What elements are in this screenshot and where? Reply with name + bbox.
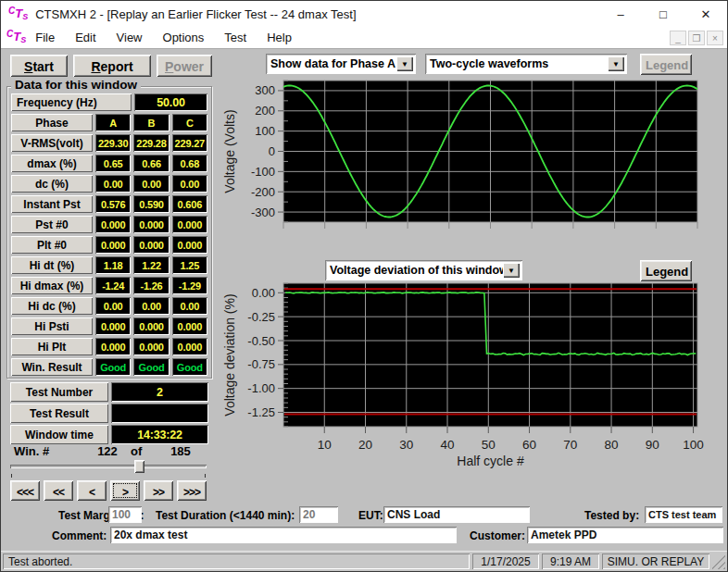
- comment-label: Comment:: [52, 529, 107, 542]
- row-label: dmax (%): [11, 155, 93, 172]
- row-value: -1.29: [172, 277, 207, 294]
- deviation-chart: 0.00-0.25-0.50-0.75-1.00-1.25Voltage dev…: [220, 281, 728, 471]
- nav-button-prev[interactable]: <: [77, 480, 107, 501]
- top-chart-type-dropdown[interactable]: Two-cycle waveforms ▼: [425, 54, 627, 74]
- svg-text:-0.75: -0.75: [247, 357, 275, 371]
- nav-button-prev-fast[interactable]: <<: [44, 480, 73, 501]
- row-value: 229.28: [133, 134, 169, 152]
- row-label: Hi dt (%): [11, 256, 93, 274]
- close-button[interactable]: ✕: [684, 1, 727, 27]
- nav-button-next[interactable]: >: [110, 480, 140, 501]
- menu-item-file[interactable]: File: [35, 31, 55, 44]
- tested-by-label: Tested by:: [584, 509, 639, 522]
- row-value: 0.000: [95, 216, 131, 233]
- win-counter-of: of: [131, 444, 142, 458]
- row-value: A: [95, 114, 131, 131]
- legend-bottom-button[interactable]: Legend: [640, 260, 692, 281]
- svg-text:-100: -100: [251, 165, 275, 179]
- chevron-down-icon[interactable]: ▼: [608, 56, 624, 71]
- row-value: 0.68: [172, 155, 207, 172]
- mdi-restore-button[interactable]: ❐: [688, 31, 705, 45]
- table-row: PhaseABC: [11, 114, 207, 131]
- svg-text:20: 20: [358, 438, 372, 452]
- test-summary-rows: Test Number2Test ResultWindow time14:33:…: [10, 382, 208, 446]
- nav-button-first[interactable]: <<<: [10, 480, 40, 501]
- table-row: Hi dmax (%)-1.24-1.26-1.29: [11, 277, 207, 294]
- table-row: Hi Plt0.0000.0000.000: [11, 338, 207, 355]
- tested-by-input[interactable]: [645, 506, 722, 523]
- table-row: Hi Psti0.0000.0000.000: [11, 317, 207, 335]
- row-value: 0.00: [95, 297, 131, 315]
- row-label: Hi dmax (%): [11, 277, 93, 294]
- svg-text:-300: -300: [251, 205, 275, 219]
- row-value: 0.00: [95, 175, 131, 193]
- svg-text:80: 80: [605, 438, 619, 452]
- customer-label: Customer:: [470, 529, 525, 542]
- table-row: Frequency (Hz)50.00: [11, 93, 207, 111]
- svg-text:10: 10: [318, 438, 332, 452]
- minimize-button[interactable]: –: [599, 1, 642, 27]
- svg-text:90: 90: [646, 438, 659, 452]
- comment-input[interactable]: [110, 527, 457, 543]
- table-row: Hi dc (%)0.000.000.00: [11, 297, 207, 315]
- row-label: Phase: [11, 114, 93, 131]
- menu-item-view[interactable]: View: [117, 31, 143, 44]
- row-label: V-RMS(volt): [11, 134, 93, 152]
- group-box-title: Data for this window: [11, 78, 141, 92]
- summary-row: Test Number2: [10, 382, 208, 402]
- mdi-close-button[interactable]: ×: [707, 31, 723, 45]
- slider-thumb[interactable]: [134, 460, 144, 473]
- test-duration-input[interactable]: [299, 506, 338, 523]
- power-button[interactable]: Power: [157, 55, 212, 77]
- menu-item-test[interactable]: Test: [224, 31, 246, 44]
- chevron-down-icon[interactable]: ▼: [396, 56, 413, 71]
- svg-text:300: 300: [255, 83, 275, 97]
- resize-grip-icon[interactable]: [712, 553, 725, 569]
- menu-item-help[interactable]: Help: [267, 31, 292, 44]
- legend-top-button[interactable]: Legend: [640, 54, 692, 75]
- status-bar: Test aborted. 1/17/2025 9:19 AM SIMU. OR…: [1, 551, 727, 571]
- menu-item-options[interactable]: Options: [163, 31, 205, 44]
- win-counter-current: 122: [89, 444, 126, 458]
- status-date: 1/17/2025: [472, 553, 539, 569]
- row-value: 0.00: [133, 297, 169, 315]
- nav-button-next-fast[interactable]: >>: [144, 480, 173, 501]
- start-button[interactable]: Start: [10, 55, 68, 77]
- status-mode: SIMU. OR REPLAY: [602, 553, 709, 569]
- menu-item-edit[interactable]: Edit: [75, 31, 95, 44]
- slider-tick: [205, 474, 206, 478]
- eut-input[interactable]: [383, 506, 530, 523]
- row-label: Win. Result: [11, 358, 93, 376]
- row-label: Frequency (Hz): [11, 93, 132, 111]
- row-value: 0.000: [95, 338, 131, 355]
- test-margin-input[interactable]: [108, 506, 142, 523]
- maximize-button[interactable]: □: [642, 1, 684, 27]
- customer-input[interactable]: [527, 527, 723, 543]
- svg-text:100: 100: [683, 438, 704, 452]
- menu-bar: CTS FileEditViewOptionsTestHelp _❐×: [1, 27, 727, 49]
- row-label: Hi dc (%): [11, 297, 93, 315]
- app-window: CTS CTSMXH 2 - [Replay an Earlier Flicke…: [0, 0, 728, 572]
- row-label: dc (%): [11, 175, 93, 193]
- nav-button-last[interactable]: >>>: [177, 480, 207, 501]
- window-position-slider[interactable]: [10, 460, 207, 477]
- row-value: Good: [133, 358, 169, 376]
- row-value: 0.65: [95, 155, 131, 172]
- svg-text:0.00: 0.00: [252, 286, 275, 300]
- svg-text:Half cycle #: Half cycle #: [457, 454, 524, 468]
- row-value: -1.26: [133, 277, 169, 294]
- svg-text:40: 40: [441, 438, 455, 452]
- report-button[interactable]: Report: [73, 55, 151, 77]
- svg-text:100: 100: [255, 124, 275, 138]
- summary-row: Test Result: [10, 404, 208, 423]
- table-row: V-RMS(volt)229.30229.28229.27: [11, 134, 207, 152]
- phase-select-dropdown[interactable]: Show data for Phase A ▼: [266, 54, 416, 74]
- slider-groove[interactable]: [10, 465, 207, 468]
- svg-text:-1.00: -1.00: [247, 381, 275, 395]
- chevron-down-icon[interactable]: ▼: [503, 263, 520, 278]
- mdi-minimize-button[interactable]: _: [670, 31, 686, 45]
- summary-label: Window time: [10, 425, 108, 444]
- svg-text:70: 70: [563, 438, 577, 452]
- bottom-chart-type-dropdown[interactable]: Voltage deviation of this window ▼: [325, 260, 522, 280]
- svg-text:-1.25: -1.25: [247, 405, 275, 419]
